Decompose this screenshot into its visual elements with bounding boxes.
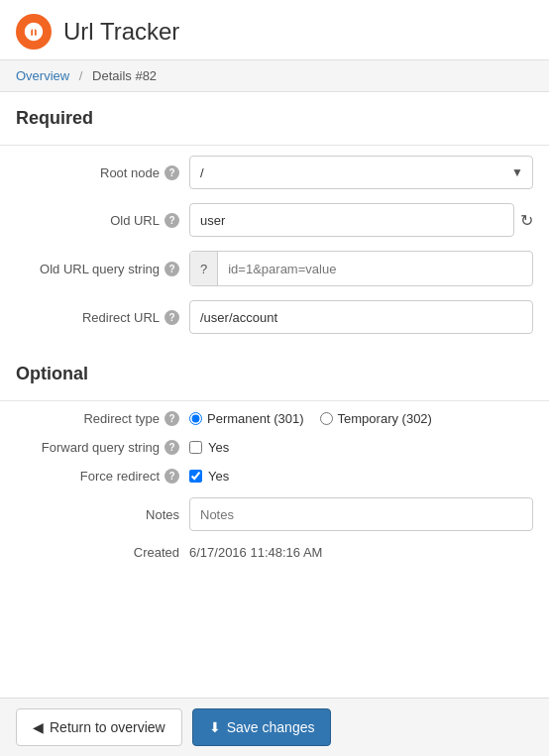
created-row: Created 6/17/2016 11:48:16 AM: [16, 545, 533, 560]
redirect-url-row: Redirect URL ?: [16, 300, 533, 334]
optional-section-title: Optional: [0, 348, 549, 394]
old-url-row: Old URL ? ↻: [16, 203, 533, 237]
query-prefix: ?: [190, 252, 218, 285]
footer-bar: ◀ Return to overview ⬇ Save changes: [0, 698, 549, 756]
return-to-overview-label: Return to overview: [50, 719, 165, 735]
forward-query-string-help-icon[interactable]: ?: [165, 440, 179, 455]
created-label: Created: [16, 545, 189, 560]
redirect-type-label: Redirect type ?: [16, 411, 189, 426]
redirect-type-help-icon[interactable]: ?: [165, 411, 179, 426]
force-redirect-help-icon[interactable]: ?: [165, 469, 179, 484]
old-url-query-string-wrapper: ?: [189, 251, 533, 286]
created-value: 6/17/2016 11:48:16 AM: [189, 545, 533, 560]
save-changes-button[interactable]: ⬇ Save changes: [192, 708, 332, 746]
forward-query-string-checkbox-option[interactable]: Yes: [189, 440, 533, 455]
redirect-type-temporary-radio[interactable]: [320, 412, 333, 425]
required-form: Root node ? / ▼ Old URL ? ↻: [0, 156, 549, 334]
save-icon: ⬇: [209, 719, 221, 735]
redirect-url-help-icon[interactable]: ?: [165, 310, 179, 325]
old-url-query-string-input[interactable]: [218, 253, 532, 284]
notes-input[interactable]: [189, 497, 533, 531]
redirect-type-permanent-option[interactable]: Permanent (301): [189, 411, 304, 426]
root-node-select-wrapper: / ▼: [189, 156, 533, 189]
root-node-help-icon[interactable]: ?: [165, 165, 179, 180]
old-url-query-help-icon[interactable]: ?: [165, 262, 179, 276]
force-redirect-row: Force redirect ? Yes: [16, 469, 533, 484]
root-node-select[interactable]: /: [189, 156, 533, 189]
redirect-type-permanent-radio[interactable]: [189, 412, 202, 425]
old-url-input-wrapper: ↻: [189, 203, 533, 237]
save-changes-label: Save changes: [227, 719, 315, 735]
notes-row: Notes: [16, 497, 533, 531]
redirect-type-radio-group: Permanent (301) Temporary (302): [189, 411, 533, 426]
optional-divider: [0, 400, 549, 401]
force-redirect-label: Force redirect ?: [16, 469, 189, 484]
forward-query-string-checkbox-label: Yes: [208, 440, 229, 455]
old-url-help-icon[interactable]: ?: [165, 213, 179, 228]
old-url-label: Old URL ?: [16, 213, 189, 228]
app-logo: [16, 14, 52, 50]
redirect-type-row: Redirect type ? Permanent (301) Temporar…: [16, 411, 533, 426]
old-url-input[interactable]: [189, 203, 514, 237]
optional-form: Redirect type ? Permanent (301) Temporar…: [0, 411, 549, 560]
breadcrumb: Overview / Details #82: [0, 60, 549, 92]
root-node-label: Root node ?: [16, 165, 189, 180]
breadcrumb-overview-link[interactable]: Overview: [16, 68, 69, 83]
app-title: Url Tracker: [63, 18, 179, 46]
forward-query-string-label: Forward query string ?: [16, 440, 189, 455]
redirect-type-permanent-label: Permanent (301): [207, 411, 304, 426]
old-url-query-string-label: Old URL query string ?: [16, 262, 189, 276]
required-divider: [0, 145, 549, 146]
required-section-title: Required: [0, 92, 549, 139]
forward-query-string-checkbox[interactable]: [189, 441, 202, 454]
breadcrumb-separator: /: [79, 68, 83, 83]
old-url-query-string-row: Old URL query string ? ?: [16, 251, 533, 286]
chevron-left-icon: ◀: [33, 719, 44, 735]
root-node-row: Root node ? / ▼: [16, 156, 533, 189]
old-url-external-icon[interactable]: ↻: [520, 211, 533, 230]
forward-query-string-row: Forward query string ? Yes: [16, 440, 533, 455]
redirect-url-input[interactable]: [189, 300, 533, 334]
app-header: Url Tracker: [0, 0, 549, 60]
return-to-overview-button[interactable]: ◀ Return to overview: [16, 708, 182, 746]
redirect-type-temporary-option[interactable]: Temporary (302): [320, 411, 432, 426]
breadcrumb-current: Details #82: [92, 68, 157, 83]
force-redirect-checkbox-option[interactable]: Yes: [189, 469, 533, 484]
notes-label: Notes: [16, 507, 189, 522]
redirect-url-label: Redirect URL ?: [16, 310, 189, 325]
redirect-type-temporary-label: Temporary (302): [338, 411, 432, 426]
force-redirect-checkbox[interactable]: [189, 470, 202, 483]
force-redirect-checkbox-label: Yes: [208, 469, 229, 484]
